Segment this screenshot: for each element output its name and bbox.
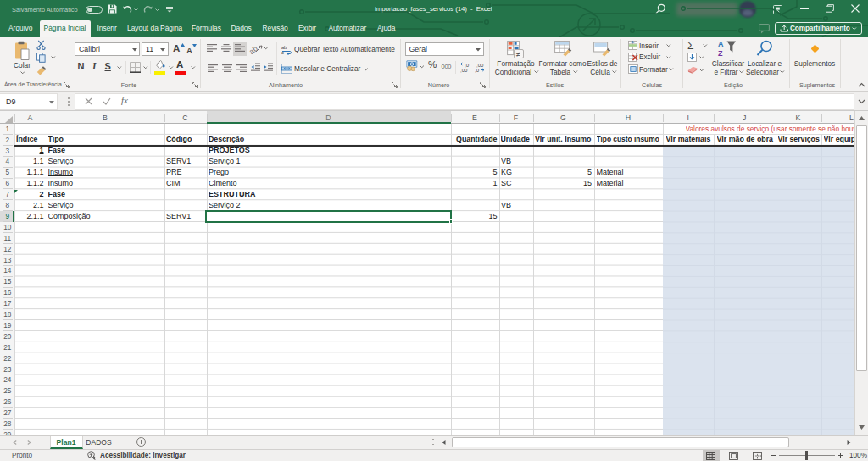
svg-text:c: c: [281, 50, 284, 55]
svg-text:≠: ≠: [516, 50, 520, 58]
svg-text:,00: ,00: [460, 67, 468, 72]
svg-text:A: A: [718, 40, 724, 48]
svg-text:,0: ,0: [475, 67, 480, 72]
svg-text:Z: Z: [718, 49, 723, 58]
svg-text:ab: ab: [281, 44, 287, 49]
